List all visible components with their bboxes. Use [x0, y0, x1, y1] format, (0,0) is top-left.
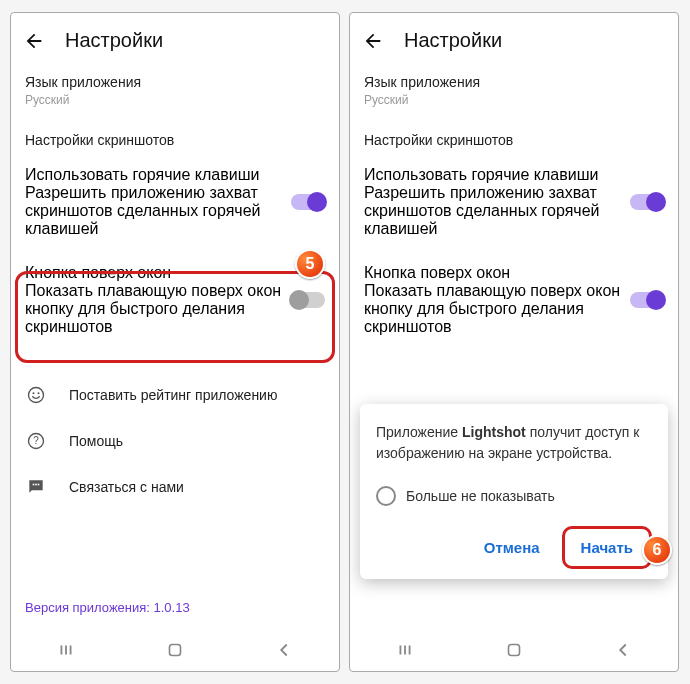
overlay-row[interactable]: Кнопка поверх окон Показать плавающую по… [350, 254, 678, 346]
hotkeys-toggle[interactable] [291, 194, 325, 210]
smile-icon [25, 384, 47, 406]
overlay-desc: Показать плавающую поверх окон кнопку дл… [364, 282, 622, 336]
svg-point-0 [29, 388, 44, 403]
dialog-actions: Отмена Начать [376, 526, 652, 569]
svg-point-2 [38, 393, 40, 395]
cancel-button[interactable]: Отмена [472, 531, 552, 564]
hotkeys-row[interactable]: Использовать горячие клавиши Разрешить п… [11, 156, 339, 248]
phone-right: Настройки Язык приложения Русский Настро… [349, 12, 679, 672]
nav-recent-icon[interactable] [55, 639, 77, 661]
page-title: Настройки [404, 29, 502, 52]
hotkeys-toggle[interactable] [630, 194, 664, 210]
hotkeys-desc: Разрешить приложению захват скриншотов с… [364, 184, 622, 238]
back-arrow-icon[interactable] [362, 30, 384, 52]
rate-row[interactable]: Поставить рейтинг приложению [11, 372, 339, 418]
dialog-app-name: Lightshot [462, 424, 526, 440]
dialog-msg-before: Приложение [376, 424, 462, 440]
phone-left: Настройки Язык приложения Русский Настро… [10, 12, 340, 672]
dont-show-label: Больше не показывать [406, 488, 555, 504]
hotkeys-label: Использовать горячие клавиши [364, 166, 622, 184]
step-badge-6: 6 [642, 535, 672, 565]
dont-show-row[interactable]: Больше не показывать [376, 486, 652, 506]
android-navbar [11, 629, 339, 671]
highlight-start-button: Начать [562, 526, 652, 569]
screenshot-settings-header: Настройки скриншотов [11, 118, 339, 156]
feedback-icon [25, 476, 47, 498]
hotkeys-desc: Разрешить приложению захват скриншотов с… [25, 184, 283, 238]
nav-home-icon[interactable] [164, 639, 186, 661]
language-value: Русский [25, 92, 245, 108]
settings-content: Язык приложения Русский Настройки скринш… [350, 64, 678, 629]
svg-rect-6 [35, 484, 37, 486]
nav-home-icon[interactable] [503, 639, 525, 661]
svg-text:?: ? [33, 436, 39, 447]
start-button[interactable]: Начать [569, 531, 645, 564]
permission-dialog: Приложение Lightshot получит доступ к из… [360, 404, 668, 579]
question-icon: ? [25, 430, 47, 452]
language-value: Русский [364, 92, 584, 108]
back-arrow-icon[interactable] [23, 30, 45, 52]
hotkeys-row[interactable]: Использовать горячие клавиши Разрешить п… [350, 156, 678, 248]
page-title: Настройки [65, 29, 163, 52]
hotkeys-label: Использовать горячие клавиши [25, 166, 283, 184]
highlight-overlay-row [15, 271, 335, 363]
screenshot-settings-header: Настройки скриншотов [350, 118, 678, 156]
header: Настройки [11, 13, 339, 64]
step-badge-6-label: 6 [653, 541, 662, 559]
svg-rect-5 [33, 484, 35, 486]
rate-label: Поставить рейтинг приложению [69, 387, 277, 403]
header: Настройки [350, 13, 678, 64]
language-row[interactable]: Язык приложения Русский [350, 64, 678, 118]
language-row[interactable]: Язык приложения Русский [11, 64, 339, 118]
help-label: Помощь [69, 433, 123, 449]
step-badge-5-label: 5 [306, 255, 315, 273]
svg-rect-9 [508, 645, 519, 656]
checkbox-icon[interactable] [376, 486, 396, 506]
nav-back-icon[interactable] [612, 639, 634, 661]
contact-label: Связаться с нами [69, 479, 184, 495]
language-label: Язык приложения [25, 74, 325, 90]
language-label: Язык приложения [364, 74, 664, 90]
help-row[interactable]: ? Помощь [11, 418, 339, 464]
overlay-label: Кнопка поверх окон [364, 264, 622, 282]
app-version: Версия приложения: 1.0.13 [11, 586, 204, 629]
step-badge-5: 5 [295, 249, 325, 279]
overlay-toggle[interactable] [630, 292, 664, 308]
nav-recent-icon[interactable] [394, 639, 416, 661]
svg-rect-8 [169, 645, 180, 656]
svg-rect-7 [38, 484, 40, 486]
contact-row[interactable]: Связаться с нами [11, 464, 339, 510]
svg-point-1 [33, 393, 35, 395]
android-navbar [350, 629, 678, 671]
dialog-message: Приложение Lightshot получит доступ к из… [376, 422, 652, 464]
nav-back-icon[interactable] [273, 639, 295, 661]
